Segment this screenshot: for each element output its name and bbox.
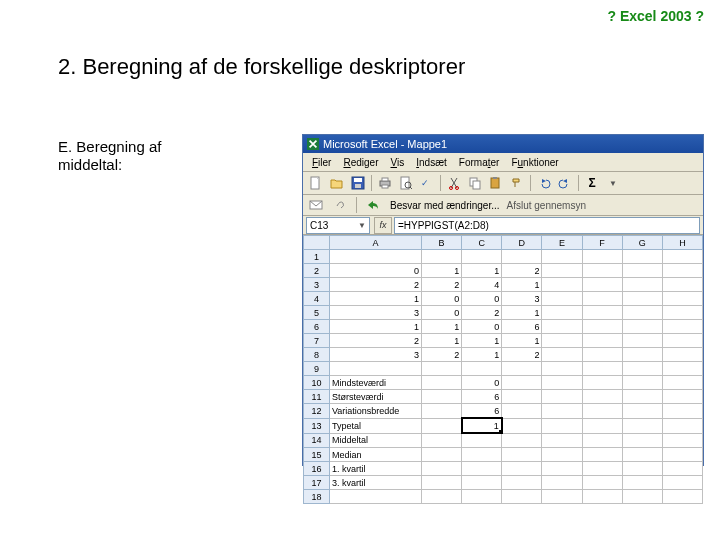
spreadsheet-grid[interactable]: ABCDEFGH12011232241410035302161106721118… — [303, 235, 703, 504]
cell[interactable]: 6 — [462, 404, 502, 419]
cell[interactable] — [582, 306, 622, 320]
cell[interactable] — [542, 390, 582, 404]
cell[interactable] — [662, 390, 702, 404]
chevron-down-icon[interactable]: ▼ — [358, 221, 366, 230]
cell[interactable] — [582, 334, 622, 348]
cell[interactable] — [502, 250, 542, 264]
cell[interactable]: 1 — [422, 320, 462, 334]
cell[interactable]: 0 — [462, 292, 502, 306]
cell[interactable] — [542, 320, 582, 334]
cell[interactable]: 2 — [502, 348, 542, 362]
cell[interactable] — [422, 490, 462, 504]
row-header[interactable]: 7 — [304, 334, 330, 348]
cell[interactable]: 1 — [462, 264, 502, 278]
col-header[interactable]: B — [422, 236, 462, 250]
cell[interactable] — [662, 306, 702, 320]
cell[interactable] — [622, 433, 662, 448]
cell[interactable] — [622, 320, 662, 334]
row-header[interactable]: 4 — [304, 292, 330, 306]
cell[interactable]: 0 — [329, 264, 421, 278]
cell[interactable] — [502, 448, 542, 462]
cell[interactable]: Typetal — [329, 418, 421, 433]
row-header[interactable]: 11 — [304, 390, 330, 404]
cell[interactable] — [662, 362, 702, 376]
cell[interactable] — [542, 490, 582, 504]
open-icon[interactable] — [327, 173, 347, 193]
menu-indsaet[interactable]: Indsæt — [411, 157, 452, 168]
cell[interactable]: 1. kvartil — [329, 462, 421, 476]
cell[interactable] — [582, 433, 622, 448]
menu-filer[interactable]: FFileriler — [307, 157, 336, 168]
cell[interactable]: 3 — [502, 292, 542, 306]
cell[interactable] — [582, 320, 622, 334]
cell[interactable] — [462, 490, 502, 504]
cell[interactable] — [462, 476, 502, 490]
cell[interactable] — [662, 404, 702, 419]
cell[interactable] — [582, 264, 622, 278]
copy-icon[interactable] — [465, 173, 485, 193]
cell[interactable]: 2 — [462, 306, 502, 320]
cell[interactable] — [662, 292, 702, 306]
cell[interactable] — [542, 448, 582, 462]
cell[interactable] — [582, 292, 622, 306]
cell[interactable] — [662, 433, 702, 448]
cell[interactable]: 4 — [462, 278, 502, 292]
cell[interactable] — [662, 320, 702, 334]
cell[interactable] — [622, 264, 662, 278]
cell[interactable] — [422, 362, 462, 376]
spellcheck-icon[interactable]: ✓ — [417, 173, 437, 193]
cell[interactable] — [662, 264, 702, 278]
cell[interactable]: 0 — [462, 320, 502, 334]
review-besvar-label[interactable]: Besvar med ændringer... — [387, 200, 503, 211]
cell[interactable] — [582, 362, 622, 376]
row-header[interactable]: 14 — [304, 433, 330, 448]
cell[interactable]: 2 — [502, 264, 542, 278]
cell[interactable]: 1 — [502, 278, 542, 292]
row-header[interactable]: 8 — [304, 348, 330, 362]
cell[interactable]: 1 — [462, 348, 502, 362]
cell[interactable] — [662, 250, 702, 264]
col-header[interactable]: A — [329, 236, 421, 250]
cell[interactable] — [582, 250, 622, 264]
cell[interactable] — [502, 418, 542, 433]
cell[interactable]: 0 — [422, 292, 462, 306]
print-icon[interactable] — [375, 173, 395, 193]
cell[interactable]: 3 — [329, 348, 421, 362]
new-icon[interactable] — [306, 173, 326, 193]
cell[interactable]: 1 — [462, 418, 502, 433]
cell[interactable] — [502, 404, 542, 419]
row-header[interactable]: 10 — [304, 376, 330, 390]
cell[interactable]: 2 — [329, 334, 421, 348]
cell[interactable] — [542, 462, 582, 476]
name-box[interactable]: C13 ▼ — [306, 217, 370, 234]
row-header[interactable]: 15 — [304, 448, 330, 462]
cell[interactable]: 0 — [462, 376, 502, 390]
cell[interactable] — [662, 348, 702, 362]
cell[interactable] — [462, 448, 502, 462]
cut-icon[interactable] — [444, 173, 464, 193]
cell[interactable] — [542, 348, 582, 362]
cell[interactable] — [662, 490, 702, 504]
row-header[interactable]: 13 — [304, 418, 330, 433]
cell[interactable] — [622, 278, 662, 292]
row-header[interactable]: 2 — [304, 264, 330, 278]
cell[interactable] — [422, 376, 462, 390]
cell[interactable]: 1 — [329, 320, 421, 334]
cell[interactable] — [662, 448, 702, 462]
cell[interactable] — [622, 418, 662, 433]
cell[interactable] — [582, 390, 622, 404]
cell[interactable] — [662, 334, 702, 348]
cell[interactable]: 3 — [329, 306, 421, 320]
redo-icon[interactable] — [555, 173, 575, 193]
cell[interactable] — [582, 490, 622, 504]
cell[interactable] — [622, 376, 662, 390]
cell[interactable]: 1 — [502, 306, 542, 320]
cell[interactable] — [422, 433, 462, 448]
format-painter-icon[interactable] — [507, 173, 527, 193]
cell[interactable] — [662, 376, 702, 390]
cell[interactable] — [542, 433, 582, 448]
menu-vis[interactable]: Vis — [386, 157, 410, 168]
cell[interactable] — [622, 448, 662, 462]
cell[interactable] — [542, 362, 582, 376]
col-header[interactable]: D — [502, 236, 542, 250]
